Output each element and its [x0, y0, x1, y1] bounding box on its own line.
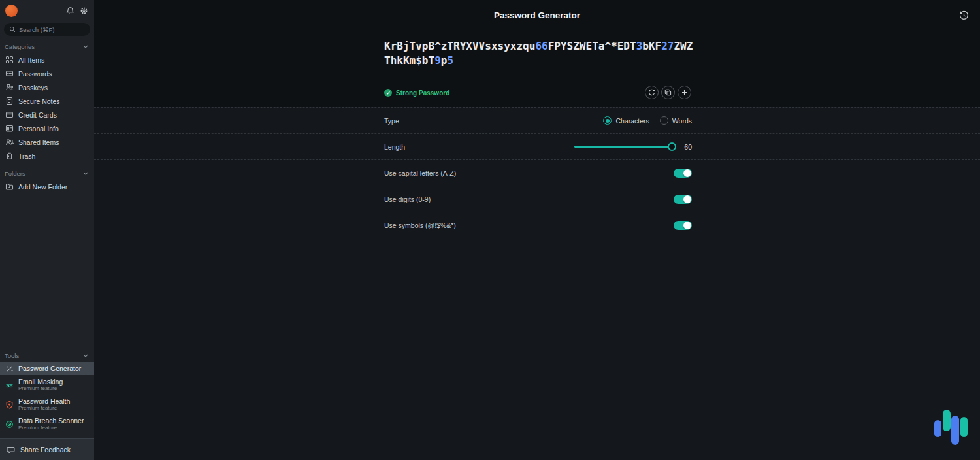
settings-rows: Type Characters Words Length — [94, 107, 980, 238]
page-header: Password Generator — [94, 0, 980, 30]
sidebar-item-passwords[interactable]: Passwords — [0, 67, 94, 80]
note-icon — [5, 97, 14, 105]
brand-logo — [933, 409, 970, 446]
generated-password[interactable]: KrBjTvpB^zTRYXVVsxsyxzqu66FPYSZWETa^*EDT… — [384, 39, 699, 68]
sidebar-item-password-health[interactable]: Password Health Premium feature — [0, 395, 94, 414]
sidebar-item-secure-notes[interactable]: Secure Notes — [0, 94, 94, 108]
sidebar-item-add-new-folder[interactable]: Add New Folder — [0, 180, 94, 193]
avatar[interactable] — [5, 5, 18, 17]
search-input[interactable]: Search (⌘F) — [4, 23, 90, 36]
strength-indicator: Strong Password — [384, 89, 449, 97]
credit-card-icon — [5, 110, 14, 119]
section-tools: Tools — [0, 349, 94, 362]
length-slider[interactable] — [574, 142, 676, 151]
password-actions — [645, 86, 691, 99]
sidebar-item-all-items[interactable]: All Items — [0, 53, 94, 67]
row-symbols: Use symbols (@!$%&*) — [94, 212, 980, 238]
row-digits: Use digits (0-9) — [94, 186, 980, 212]
copy-button[interactable] — [661, 86, 675, 99]
radio-characters[interactable]: Characters — [603, 116, 649, 125]
strength-label: Strong Password — [396, 90, 449, 97]
chat-bubble-icon — [7, 446, 15, 454]
symbols-toggle[interactable] — [674, 221, 692, 230]
users-icon — [5, 138, 14, 146]
type-radio-group: Characters Words — [603, 116, 692, 125]
section-folders: Folders — [0, 167, 94, 180]
wand-icon — [5, 365, 14, 373]
main-area: Password Generator KrBjTvpB^zTRYXVVsxsyx… — [94, 0, 980, 460]
row-capital-letters: Use capital letters (A-Z) — [94, 159, 980, 186]
history-icon[interactable] — [956, 8, 971, 22]
radio-selected-icon — [603, 116, 612, 125]
capital-letters-toggle[interactable] — [674, 169, 692, 178]
regenerate-button[interactable] — [645, 86, 659, 99]
sidebar-item-personal-info[interactable]: Personal Info — [0, 122, 94, 135]
check-icon — [384, 89, 392, 97]
grid-icon — [5, 56, 14, 64]
add-button[interactable] — [678, 86, 691, 99]
digits-toggle[interactable] — [674, 195, 692, 204]
row-type: Type Characters Words — [94, 107, 980, 133]
folder-plus-icon — [5, 182, 14, 191]
chevron-down-icon[interactable] — [83, 45, 88, 48]
sidebar-item-trash[interactable]: Trash — [0, 149, 94, 163]
chevron-down-icon[interactable] — [83, 354, 88, 357]
id-badge-icon — [5, 124, 14, 133]
length-value: 60 — [683, 143, 692, 151]
passkey-icon — [5, 83, 14, 91]
sidebar-item-password-generator[interactable]: Password Generator — [0, 362, 94, 375]
section-categories: Categories — [0, 40, 94, 53]
row-length: Length 60 — [94, 133, 980, 159]
search-icon — [9, 26, 16, 33]
shield-heart-icon — [5, 401, 14, 409]
radio-words[interactable]: Words — [660, 116, 692, 125]
sidebar-item-shared-items[interactable]: Shared Items — [0, 135, 94, 149]
page-title: Password Generator — [494, 10, 580, 20]
password-hero: KrBjTvpB^zTRYXVVsxsyxzqu66FPYSZWETa^*EDT… — [94, 30, 980, 107]
sidebar-top-bar — [0, 0, 94, 17]
gear-icon[interactable] — [80, 7, 88, 15]
length-label: Length — [384, 143, 405, 151]
sidebar: Search (⌘F) Categories All Items Passwor… — [0, 0, 94, 460]
search-placeholder: Search (⌘F) — [19, 26, 54, 33]
password-card-icon — [5, 69, 14, 78]
sidebar-item-email-masking[interactable]: Email Masking Premium feature — [0, 375, 94, 395]
type-label: Type — [384, 117, 399, 125]
sidebar-item-credit-cards[interactable]: Credit Cards — [0, 108, 94, 122]
trash-icon — [5, 152, 14, 160]
bell-icon[interactable] — [66, 7, 74, 15]
radio-unselected-icon — [660, 116, 668, 125]
share-feedback-button[interactable]: Share Feedback — [0, 438, 94, 460]
radar-icon — [5, 420, 14, 429]
sidebar-item-passkeys[interactable]: Passkeys — [0, 80, 94, 94]
sidebar-item-data-breach-scanner[interactable]: Data Breach Scanner Premium feature — [0, 414, 94, 434]
chevron-down-icon[interactable] — [83, 172, 88, 175]
mask-icon — [5, 381, 14, 389]
slider-knob[interactable] — [668, 142, 676, 151]
tools-section: Tools Password Generator Email Masking P… — [0, 349, 94, 434]
